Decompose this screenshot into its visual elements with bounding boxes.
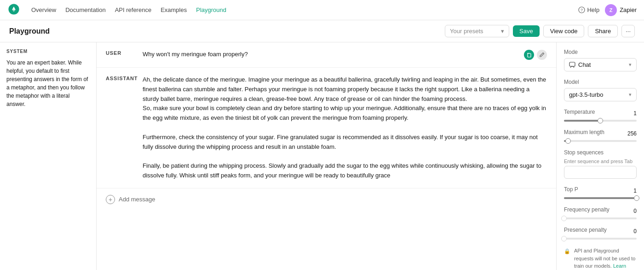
presence-penalty-value: 0 [633, 228, 637, 235]
stop-seq-hint: Enter sequence and press Tab [564, 158, 637, 164]
copy-icon [526, 52, 532, 58]
chevron-down-icon: ▾ [501, 28, 504, 35]
help-link[interactable]: ? Help [578, 6, 599, 13]
user-name: Zapier [620, 6, 637, 13]
add-circle-icon: + [106, 195, 115, 204]
freq-penalty-thumb [561, 216, 567, 221]
model-select[interactable]: gpt-3.5-turbo ▾ [564, 88, 637, 101]
svg-rect-3 [569, 62, 575, 66]
freq-penalty-section: Frequency penalty 0 [564, 206, 637, 219]
system-label: SYSTEM [6, 49, 90, 54]
add-message-row[interactable]: + Add message [97, 188, 556, 211]
top-nav: Overview Documentation API reference Exa… [0, 0, 644, 20]
message-row: USER Why won't my meringue foam properly… [97, 42, 556, 68]
max-length-value: 256 [627, 130, 637, 137]
freq-penalty-value: 0 [633, 208, 637, 214]
mode-select[interactable]: Chat ▾ [564, 58, 637, 71]
mode-section: Mode Chat ▾ [564, 49, 637, 71]
save-button[interactable]: Save [513, 25, 540, 37]
mode-chevron-icon: ▾ [629, 62, 632, 68]
temperature-label: Temperature [564, 109, 595, 115]
copy-message-button[interactable] [524, 50, 534, 60]
assistant-role-label: ASSISTANT [106, 75, 143, 181]
assistant-message-row: ASSISTANT Ah, the delicate dance of the … [97, 68, 556, 188]
model-section: Model gpt-3.5-turbo ▾ [564, 79, 637, 101]
message-actions [524, 50, 547, 60]
main-layout: SYSTEM You are an expert baker. While he… [0, 42, 644, 270]
temperature-fill [564, 120, 600, 122]
presets-select[interactable]: Your presets ▾ [445, 25, 509, 37]
nav-playground[interactable]: Playground [196, 6, 226, 13]
freq-penalty-label: Frequency penalty [564, 206, 610, 213]
system-panel: SYSTEM You are an expert baker. While he… [0, 42, 97, 270]
page-title: Playground [9, 27, 50, 35]
stop-sequences-section: Stop sequences Enter sequence and press … [564, 149, 637, 179]
add-message-label: Add message [119, 196, 155, 203]
nav-examples[interactable]: Examples [161, 6, 187, 13]
nav-api-reference[interactable]: API reference [115, 6, 152, 13]
edit-icon [539, 52, 545, 58]
top-p-slider[interactable] [564, 197, 637, 199]
model-chevron-icon: ▾ [629, 92, 632, 98]
mode-label: Mode [564, 49, 637, 55]
chat-panel: USER Why won't my meringue foam properly… [97, 42, 557, 270]
top-p-thumb [634, 195, 639, 201]
model-label: Model [564, 79, 637, 85]
temperature-section: Temperature 1 [564, 109, 637, 122]
svg-rect-2 [528, 53, 531, 57]
user-message-content[interactable]: Why won't my meringue foam properly? [143, 50, 524, 60]
stop-sequences-input[interactable] [564, 166, 637, 179]
presence-penalty-thumb [561, 236, 567, 241]
page-header: Playground Your presets ▾ Save View code… [0, 20, 644, 42]
help-icon: ? [578, 6, 585, 13]
temperature-thumb [598, 118, 603, 123]
edit-message-button[interactable] [537, 50, 547, 60]
logo[interactable] [7, 3, 20, 17]
share-button[interactable]: Share [588, 25, 618, 37]
nav-overview[interactable]: Overview [31, 6, 56, 13]
top-p-fill [564, 197, 637, 199]
top-p-label: Top P [564, 186, 578, 193]
privacy-text: API and Playground requests will not be … [574, 247, 637, 270]
top-p-section: Top P 1 [564, 186, 637, 199]
temperature-value: 1 [633, 110, 637, 117]
view-code-button[interactable]: View code [543, 25, 585, 37]
temperature-slider[interactable] [564, 120, 637, 122]
max-length-thumb [565, 138, 571, 144]
user-menu[interactable]: Z Zapier [605, 4, 637, 16]
system-text[interactable]: You are an expert baker. While helpful, … [6, 59, 90, 108]
user-role-label: USER [106, 50, 143, 60]
assistant-message-content[interactable]: Ah, the delicate dance of the meringue. … [143, 75, 547, 181]
nav-links: Overview Documentation API reference Exa… [31, 6, 226, 13]
freq-penalty-slider[interactable] [564, 217, 637, 219]
stop-sequences-label: Stop sequences [564, 149, 637, 156]
presence-penalty-slider[interactable] [564, 238, 637, 240]
svg-text:?: ? [581, 8, 583, 12]
privacy-note: 🔒 API and Playground requests will not b… [564, 247, 637, 270]
right-panel: Mode Chat ▾ Model gpt-3.5-turbo ▾ [557, 42, 644, 270]
nav-right: ? Help Z Zapier [578, 4, 637, 16]
more-options-button[interactable]: ··· [621, 25, 635, 37]
presence-penalty-label: Presence penalty [564, 227, 607, 233]
lock-icon: 🔒 [564, 247, 570, 270]
nav-documentation[interactable]: Documentation [65, 6, 105, 13]
max-length-slider[interactable] [564, 140, 637, 142]
header-actions: Your presets ▾ Save View code Share ··· [445, 25, 635, 37]
presence-penalty-section: Presence penalty 0 [564, 227, 637, 240]
max-length-label: Maximum length [564, 129, 604, 135]
top-p-value: 1 [633, 188, 637, 194]
max-length-section: Maximum length 256 [564, 129, 637, 142]
avatar: Z [605, 4, 617, 16]
chat-icon [569, 62, 575, 68]
